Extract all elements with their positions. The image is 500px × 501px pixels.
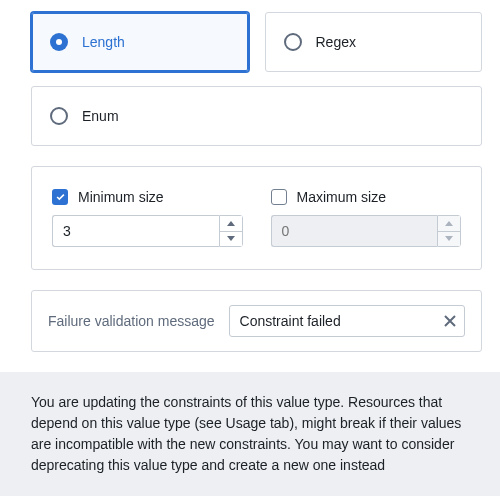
maximum-size-stepper	[271, 215, 462, 247]
maximum-size-input	[271, 215, 438, 247]
check-icon	[55, 192, 66, 203]
minimum-size-checkbox[interactable]	[52, 189, 68, 205]
clear-failure-message-button[interactable]	[441, 312, 459, 330]
chevron-up-icon	[445, 221, 453, 226]
failure-message-panel: Failure validation message	[31, 290, 482, 352]
failure-message-input[interactable]	[229, 305, 465, 337]
maximum-size-increment-button	[438, 216, 460, 232]
radio-label: Length	[82, 34, 125, 50]
minimum-size-increment-button[interactable]	[220, 216, 242, 232]
constraint-type-enum-option[interactable]: Enum	[31, 86, 482, 146]
radio-unchecked-icon	[284, 33, 302, 51]
maximum-size-checkbox[interactable]	[271, 189, 287, 205]
constraint-type-regex-option[interactable]: Regex	[265, 12, 483, 72]
minimum-size-input[interactable]	[52, 215, 219, 247]
radio-label: Enum	[82, 108, 119, 124]
constraint-type-length-option[interactable]: Length	[31, 12, 249, 72]
maximum-size-decrement-button	[438, 232, 460, 247]
warning-text: You are updating the constraints of this…	[31, 394, 461, 473]
radio-checked-icon	[50, 33, 68, 51]
radio-unchecked-icon	[50, 107, 68, 125]
chevron-down-icon	[445, 236, 453, 241]
maximum-size-label: Maximum size	[297, 189, 386, 205]
chevron-down-icon	[227, 236, 235, 241]
chevron-up-icon	[227, 221, 235, 226]
minimum-size-label: Minimum size	[78, 189, 164, 205]
failure-message-label: Failure validation message	[48, 313, 215, 329]
length-config-panel: Minimum size M	[31, 166, 482, 270]
minimum-size-decrement-button[interactable]	[220, 232, 242, 247]
close-icon	[444, 315, 456, 327]
radio-label: Regex	[316, 34, 356, 50]
minimum-size-stepper	[52, 215, 243, 247]
warning-banner: You are updating the constraints of this…	[0, 372, 500, 496]
